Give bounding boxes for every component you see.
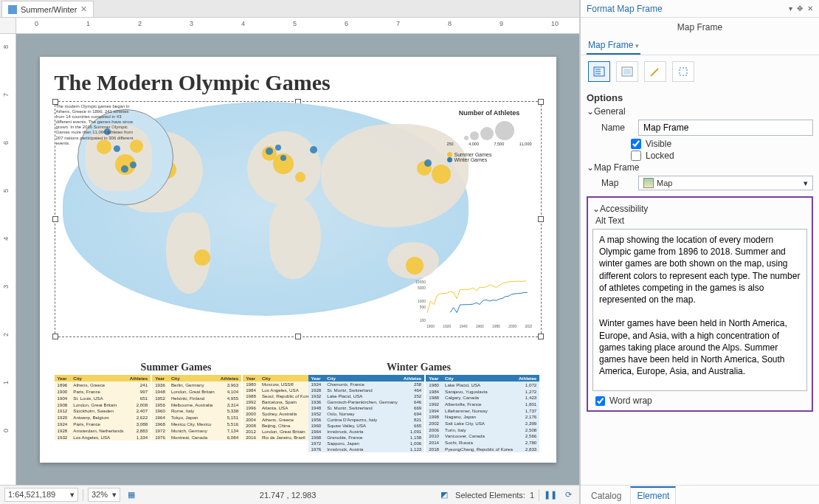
page-title: The Modern Olympic Games	[55, 70, 542, 95]
svg-text:1960: 1960	[475, 324, 483, 328]
alt-text-input[interactable]	[592, 229, 807, 391]
selection-icon: ◩	[438, 489, 451, 502]
chevron-down-icon: ▾	[112, 490, 117, 500]
pane-subtitle: Map Frame	[581, 18, 819, 37]
summer-table: Summer Games YearCityAthletes1896Athens,…	[55, 362, 298, 452]
locked-checkbox[interactable]	[631, 151, 641, 161]
view-tab-bar: Summer/Winter ✕	[0, 0, 579, 18]
svg-text:1900: 1900	[426, 324, 434, 328]
layout-tab[interactable]: Summer/Winter ✕	[1, 1, 94, 17]
name-input[interactable]	[638, 120, 813, 136]
resize-handle[interactable]	[52, 334, 58, 339]
resize-handle[interactable]	[52, 216, 58, 222]
wordwrap-row[interactable]: Word wrap	[595, 396, 807, 406]
subtab-mapframe[interactable]: Map Frame▾	[587, 37, 640, 55]
ruler-corner	[0, 18, 16, 34]
svg-rect-17	[623, 69, 631, 75]
resize-handle[interactable]	[538, 334, 544, 339]
layout-canvas[interactable]: The Modern Olympic Games The modern Olym…	[16, 34, 579, 485]
map-select[interactable]: Map ▾	[638, 176, 813, 190]
visible-checkbox[interactable]	[631, 139, 641, 149]
resize-handle[interactable]	[538, 99, 544, 105]
svg-text:2000: 2000	[508, 324, 516, 328]
svg-text:1940: 1940	[459, 324, 467, 328]
pane-bottom-tabs: Catalog Element	[581, 485, 819, 504]
zoom-to-page-icon[interactable]: ▦	[125, 489, 138, 502]
svg-text:5000: 5000	[417, 285, 425, 289]
chevron-down-icon: ▾	[804, 179, 808, 188]
catalog-tab[interactable]: Catalog	[585, 488, 627, 504]
resize-handle[interactable]	[295, 334, 301, 339]
svg-text:1980: 1980	[491, 324, 500, 328]
layout-view-pane: Summer/Winter ✕ 012345678910 876543210 T…	[0, 0, 580, 504]
size-position-icon[interactable]	[672, 61, 694, 82]
options-heading: Options	[587, 92, 813, 103]
map-label: Map	[601, 178, 632, 188]
legend-title: Number of Athletes	[447, 109, 532, 117]
svg-text:10000: 10000	[415, 280, 426, 284]
cursor-coords: 21.747 , 12.983	[142, 491, 433, 500]
legend: Number of Athletes 2504,0007,50011,000 S…	[447, 109, 532, 162]
chevron-down-icon[interactable]: ▾	[635, 42, 639, 49]
options-scroll[interactable]: Options ⌄General Name Visible Locked ⌄Ma…	[581, 88, 819, 485]
layout-page: The Modern Olympic Games The modern Olym…	[40, 57, 556, 463]
layout-icon	[8, 5, 17, 14]
winter-table-title: Winter Games	[308, 362, 530, 373]
layout-tab-label: Summer/Winter	[21, 5, 77, 14]
ruler-vertical[interactable]: 876543210	[0, 34, 16, 485]
pane-title-bar: Format Map Frame ▾ ✥ ✕	[581, 0, 819, 18]
alt-text-label: Alt Text	[595, 215, 807, 226]
svg-text:1920: 1920	[443, 324, 451, 328]
athletes-timeline-chart: 1900192019401960198020002020 10050010005…	[414, 277, 532, 329]
tables-area: Summer Games YearCityAthletes1896Athens,…	[55, 362, 542, 452]
properties-icon[interactable]	[588, 61, 610, 82]
chevron-down-icon: ▾	[70, 490, 75, 500]
accessibility-group-header[interactable]: ⌄Accessibility	[592, 204, 807, 214]
format-subtabs: Map Frame▾	[581, 37, 819, 55]
accessibility-group: ⌄Accessibility Alt Text Word wrap	[587, 196, 813, 412]
map-row: Map Map ▾	[601, 176, 813, 190]
svg-text:2020: 2020	[525, 324, 532, 328]
locked-row[interactable]: Locked	[631, 151, 813, 161]
svg-text:500: 500	[419, 304, 426, 308]
close-pane-icon[interactable]: ✕	[807, 4, 813, 13]
selected-count: 1	[530, 491, 534, 500]
summer-table-title: Summer Games	[55, 362, 298, 373]
resize-handle[interactable]	[538, 216, 544, 222]
pause-draw-icon[interactable]: ❚❚	[544, 489, 557, 502]
svg-rect-19	[680, 68, 687, 75]
format-tool-icons	[581, 55, 819, 88]
mapframe-group-header[interactable]: ⌄Map Frame	[587, 162, 813, 173]
ruler-row-top: 012345678910	[0, 18, 579, 34]
name-row: Name	[601, 120, 813, 136]
status-bar: 1:64,521,189▾ 32%▾ ▦ 21.747 , 12.983 ◩ S…	[0, 485, 579, 504]
svg-text:1000: 1000	[417, 299, 425, 303]
scale-selector[interactable]: 1:64,521,189▾	[4, 488, 78, 502]
general-group-header[interactable]: ⌄General	[587, 106, 813, 117]
map-icon	[643, 178, 654, 188]
dock-options-icon[interactable]: ▾	[789, 4, 792, 13]
wordwrap-checkbox[interactable]	[595, 396, 605, 406]
element-tab[interactable]: Element	[630, 486, 676, 504]
intro-text: The modern Olympic games began in Athens…	[56, 104, 134, 147]
zoom-selector[interactable]: 32%▾	[88, 488, 120, 502]
pin-icon[interactable]: ✥	[797, 4, 803, 13]
placement-icon[interactable]	[644, 61, 666, 82]
selected-label: Selected Elements:	[455, 491, 525, 500]
refresh-icon[interactable]: ⟳	[561, 489, 575, 502]
visible-row[interactable]: Visible	[631, 139, 813, 149]
winter-table: Winter Games YearCityAthletes1924Chamoni…	[308, 362, 530, 452]
display-icon[interactable]	[616, 61, 638, 82]
ruler-horizontal[interactable]: 012345678910	[16, 18, 579, 34]
pane-title: Format Map Frame	[587, 4, 663, 14]
workspace: 876543210 The Modern Olympic Games The m…	[0, 34, 579, 485]
format-pane: Format Map Frame ▾ ✥ ✕ Map Frame Map Fra…	[580, 0, 819, 504]
close-icon[interactable]: ✕	[80, 4, 87, 14]
svg-text:100: 100	[419, 318, 426, 322]
svg-line-18	[651, 69, 658, 76]
name-label: Name	[601, 122, 632, 133]
